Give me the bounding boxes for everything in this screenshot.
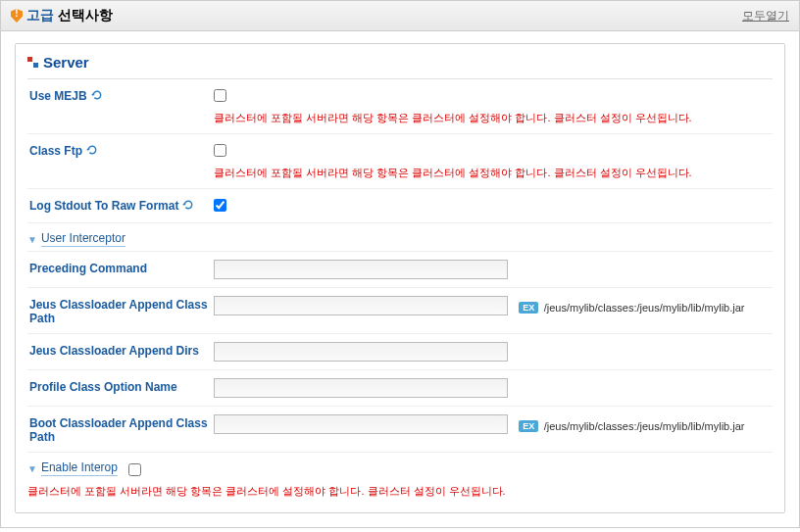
value-use-mejb: 클러스터에 포함될 서버라면 해당 항목은 클러스터에 설정해야 합니다. 클러… [214, 87, 773, 125]
profile-class-option-input[interactable] [214, 378, 508, 398]
example-wrap: EX /jeus/mylib/classes:/jeus/mylib/lib/m… [511, 300, 744, 314]
ex-text: /jeus/mylib/classes:/jeus/mylib/lib/myli… [544, 420, 745, 432]
label-class-ftp-text: Class Ftp [29, 144, 82, 158]
panel-title: Server [27, 44, 773, 78]
header-bar: 고급 선택사항 모두열기 [1, 1, 799, 31]
row-class-ftp: Class Ftp 클러스터에 포함될 서버라면 해당 항목은 클러스터에 설정… [27, 133, 773, 188]
section-enable-interop-label: Enable Interop [41, 460, 118, 476]
chevron-down-icon: ▼ [27, 463, 37, 474]
value-log-stdout [214, 197, 773, 215]
boot-append-classpath-input[interactable] [214, 414, 508, 434]
advanced-options-panel: 고급 선택사항 모두열기 Server Use MEJB [0, 0, 800, 528]
label-log-stdout-text: Log Stdout To Raw Format [29, 199, 178, 213]
page-title: 고급 선택사항 [26, 7, 113, 24]
refresh-icon[interactable] [91, 89, 103, 101]
label-profile-class-option: Profile Class Option Name [27, 378, 214, 394]
example-wrap: EX /jeus/mylib/classes:/jeus/mylib/lib/m… [511, 418, 744, 432]
label-use-mejb: Use MEJB [27, 87, 214, 103]
ex-tag: EX [519, 302, 538, 314]
row-jeus-append-dirs: Jeus Classloader Append Dirs [27, 333, 773, 369]
ex-text: /jeus/mylib/classes:/jeus/mylib/lib/myli… [544, 302, 745, 314]
ex-tag: EX [519, 420, 538, 432]
value-class-ftp: 클러스터에 포함될 서버라면 해당 항목은 클러스터에 설정해야 합니다. 클러… [214, 142, 773, 180]
shield-icon [11, 9, 23, 23]
panel-title-text: Server [43, 54, 89, 71]
class-ftp-note: 클러스터에 포함될 서버라면 해당 항목은 클러스터에 설정해야 합니다. 클러… [214, 166, 773, 180]
value-boot-append-classpath: EX /jeus/mylib/classes:/jeus/mylib/lib/m… [214, 414, 773, 434]
label-preceding-command: Preceding Command [27, 260, 214, 275]
row-boot-append-classpath: Boot Classloader Append Class Path EX /j… [27, 406, 773, 452]
row-use-mejb: Use MEJB 클러스터에 포함될 서버라면 해당 항목은 클러스터에 설정해… [27, 78, 773, 133]
value-jeus-append-classpath: EX /jeus/mylib/classes:/jeus/mylib/lib/m… [214, 296, 773, 315]
row-preceding-command: Preceding Command [27, 251, 773, 287]
class-ftp-checkbox[interactable] [214, 144, 226, 157]
log-stdout-checkbox[interactable] [214, 199, 226, 212]
label-log-stdout: Log Stdout To Raw Format [27, 197, 214, 213]
value-profile-class-option [214, 378, 773, 398]
refresh-icon[interactable] [182, 199, 194, 211]
header-left: 고급 선택사항 [11, 7, 113, 24]
label-jeus-append-classpath: Jeus Classloader Append Class Path [27, 296, 214, 325]
server-panel: Server Use MEJB 클러스터에 포함될 서버라면 해당 항목은 클러… [15, 43, 785, 513]
title-selection: 선택사항 [58, 7, 113, 23]
refresh-icon[interactable] [86, 144, 98, 156]
enable-interop-note: 클러스터에 포함될 서버라면 해당 항목은 클러스터에 설정해야 합니다. 클러… [27, 484, 773, 499]
row-profile-class-option: Profile Class Option Name [27, 369, 773, 406]
jeus-append-classpath-input[interactable] [214, 296, 508, 315]
open-all-link[interactable]: 모두열기 [742, 8, 789, 24]
content-area: Server Use MEJB 클러스터에 포함될 서버라면 해당 항목은 클러… [1, 31, 799, 527]
section-enable-interop[interactable]: ▼ Enable Interop [27, 452, 773, 480]
label-jeus-append-dirs: Jeus Classloader Append Dirs [27, 342, 214, 358]
label-use-mejb-text: Use MEJB [29, 89, 87, 103]
label-boot-append-classpath: Boot Classloader Append Class Path [27, 414, 214, 444]
row-log-stdout: Log Stdout To Raw Format [27, 188, 773, 222]
use-mejb-checkbox[interactable] [214, 89, 226, 102]
row-jeus-append-classpath: Jeus Classloader Append Class Path EX /j… [27, 287, 773, 333]
value-jeus-append-dirs [214, 342, 773, 362]
use-mejb-note: 클러스터에 포함될 서버라면 해당 항목은 클러스터에 설정해야 합니다. 클러… [214, 111, 773, 125]
chevron-down-icon: ▼ [27, 234, 37, 245]
section-user-interceptor[interactable]: ▼ User Interceptor [27, 222, 773, 251]
jeus-append-dirs-input[interactable] [214, 342, 508, 362]
label-class-ftp: Class Ftp [27, 142, 214, 158]
title-advanced: 고급 [26, 7, 54, 23]
section-user-interceptor-label: User Interceptor [41, 231, 125, 247]
enable-interop-checkbox[interactable] [128, 463, 141, 476]
preceding-command-input[interactable] [214, 260, 508, 279]
value-preceding-command [214, 260, 773, 279]
server-icon [27, 57, 39, 69]
